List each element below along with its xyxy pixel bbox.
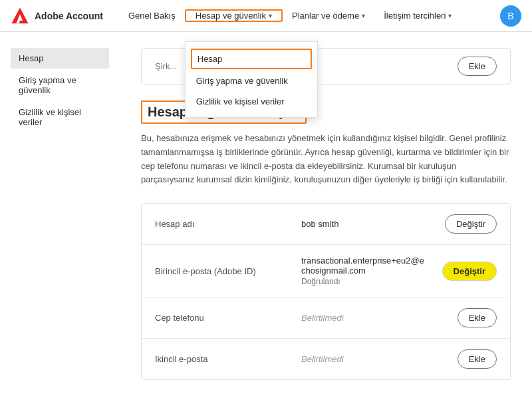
dropdown-item-label-giris: Giriş yapma ve güvenlik <box>196 76 288 86</box>
sidebar: Hesap Giriş yapma ve güvenlik Gizlilik v… <box>0 32 120 394</box>
brand-title: Adobe Account <box>35 11 103 21</box>
table-row-birincil-eposta: Birincil e-posta (Adobe ID) transactiona… <box>142 245 510 297</box>
table-row-ikincil-eposta: İkincil e-posta Belirtilmedi Ekle <box>142 339 510 379</box>
dropdown-item-label-hesap: Hesap <box>198 54 223 64</box>
nav-label-genel-bakis: Genel Bakış <box>128 11 176 21</box>
chevron-down-icon: ▾ <box>269 12 272 19</box>
nav-items: Genel Bakış Hesap ve güvenlik ▾ Hesap Gi… <box>119 0 500 31</box>
email-line2: chosignmail.com <box>301 266 366 276</box>
row-value-cep-telefonu: Belirtilmedi <box>301 313 444 323</box>
row-label-birincil-eposta: Birincil e-posta (Adobe ID) <box>155 266 288 276</box>
user-avatar[interactable]: B <box>500 5 521 27</box>
row-value-birincil-eposta: transactional.enterprise+eu2@e chosignma… <box>301 256 429 286</box>
dropdown-menu-hesap-guvenlik: Hesap Giriş yapma ve güvenlik Gizlilik v… <box>185 41 318 118</box>
nav-item-iletisim[interactable]: İletişim tercihleri ▾ <box>374 0 461 31</box>
nav-label-hesap-guvenlik: Hesap ve güvenlik <box>196 11 266 21</box>
sidebar-item-giris-guvenlik[interactable]: Giriş yapma ve güvenlik <box>11 70 109 100</box>
row-label-cep-telefonu: Cep telefonu <box>155 313 288 323</box>
nav-item-planlar-odeme[interactable]: Planlar ve ödeme ▾ <box>283 0 374 31</box>
table-row-cep-telefonu: Cep telefonu Belirtilmedi Ekle <box>142 297 510 339</box>
nav-item-genel-bakis[interactable]: Genel Bakış <box>119 0 185 31</box>
email-line1: transactional.enterprise+eu2@e <box>301 256 424 266</box>
row-label-hesap-adi: Hesap adı <box>155 219 288 229</box>
adobe-logo-icon <box>11 7 29 25</box>
sidebar-item-hesap[interactable]: Hesap <box>11 48 109 69</box>
sidebar-item-gizlilik[interactable]: Gizlilik ve kişisel veriler <box>11 102 109 132</box>
dropdown-item-gizlilik[interactable]: Gizlilik ve kişisel veriler <box>186 91 317 112</box>
row-button-ikincil-eposta[interactable]: Ekle <box>458 349 497 369</box>
email-verified-badge: Doğrulandı <box>301 277 429 286</box>
chevron-down-icon-planlar: ▾ <box>362 12 365 19</box>
dropdown-item-label-gizlilik: Gizlilik ve kişisel veriler <box>196 97 285 106</box>
dropdown-item-giris-guvenlik[interactable]: Giriş yapma ve güvenlik <box>186 71 317 91</box>
section-description: Bu, hesabınıza erişmek ve hesabınızı yön… <box>141 132 511 187</box>
row-button-birincil-eposta[interactable]: Değiştir <box>442 262 497 281</box>
row-value-ikincil-eposta: Belirtilmedi <box>301 354 444 364</box>
row-button-cep-telefonu[interactable]: Ekle <box>458 308 497 327</box>
sidebar-item-label-hesap: Hesap <box>19 53 44 63</box>
top-nav: Adobe Account Genel Bakış Hesap ve güven… <box>0 0 532 32</box>
main-content: Şirk... enmedi Ekle Hesap bilgileri ve e… <box>120 32 532 394</box>
sidebar-item-label-gizlilik: Gizlilik ve kişisel veriler <box>19 107 81 127</box>
row-button-hesap-adi[interactable]: Değiştir <box>445 214 497 234</box>
nav-item-hesap-guvenlik[interactable]: Hesap ve güvenlik ▾ <box>185 9 283 22</box>
company-label: Şirk... <box>155 61 177 71</box>
row-value-hesap-adi: bob smith <box>301 219 432 229</box>
company-add-button[interactable]: Ekle <box>458 57 497 76</box>
nav-label-planlar: Planlar ve ödeme <box>292 11 359 21</box>
row-label-ikincil-eposta: İkincil e-posta <box>155 354 288 364</box>
nav-dropdown-hesap-guvenlik: Hesap ve güvenlik ▾ Hesap Giriş yapma ve… <box>185 9 283 22</box>
table-row-hesap-adi: Hesap adı bob smith Değiştir <box>142 204 510 245</box>
dropdown-item-hesap[interactable]: Hesap <box>191 49 312 69</box>
sidebar-item-label-giris: Giriş yapma ve güvenlik <box>19 75 76 95</box>
nav-label-iletisim: İletişim tercihleri <box>384 11 446 21</box>
brand[interactable]: Adobe Account <box>11 7 103 25</box>
info-table: Hesap adı bob smith Değiştir Birincil e-… <box>141 203 511 380</box>
chevron-down-icon-iletisim: ▾ <box>448 12 452 19</box>
